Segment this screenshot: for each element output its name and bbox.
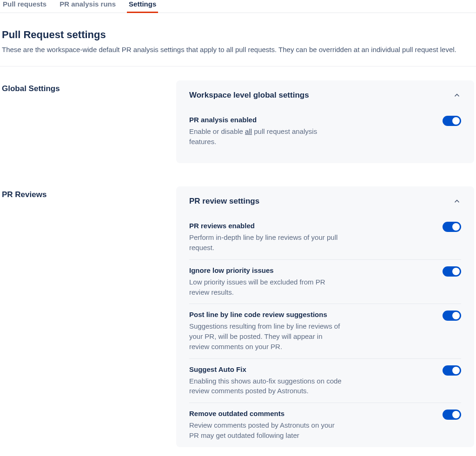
panel-reviews: PR review settings PR reviews enabled Pe… (176, 186, 474, 447)
tab-pull-requests[interactable]: Pull requests (3, 0, 46, 13)
setting-desc: Low priority issues will be excluded fro… (189, 277, 343, 297)
setting-pr-analysis-enabled: PR analysis enabled Enable or disable al… (189, 109, 461, 153)
toggle-ignore-low-priority[interactable] (443, 266, 461, 277)
tabs-bar: Pull requests PR analysis runs Settings (0, 0, 476, 13)
chevron-up-icon[interactable] (453, 91, 461, 99)
setting-title: Remove outdated comments (189, 410, 343, 417)
toggle-post-suggestions[interactable] (443, 311, 461, 321)
section-label-reviews: PR Reviews (2, 186, 167, 447)
setting-suggest-auto-fix: Suggest Auto Fix Enabling this shows aut… (189, 358, 461, 403)
setting-remove-outdated-comments: Remove outdated comments Review comments… (189, 403, 461, 447)
setting-title: Ignore low priority issues (189, 266, 343, 274)
section-pr-reviews: PR Reviews PR review settings PR reviews… (0, 172, 476, 447)
setting-title: Post line by line code review suggestion… (189, 311, 343, 318)
setting-desc: Enabling this shows auto-fix suggestions… (189, 376, 343, 397)
toggle-remove-outdated-comments[interactable] (443, 410, 461, 420)
setting-post-suggestions: Post line by line code review suggestion… (189, 304, 461, 358)
toggle-pr-analysis-enabled[interactable] (443, 116, 461, 126)
setting-title: PR reviews enabled (189, 222, 343, 230)
setting-desc: Suggestions resulting from line by line … (189, 321, 343, 351)
section-label-global: Global Settings (2, 80, 167, 164)
setting-ignore-low-priority: Ignore low priority issues Low priority … (189, 259, 461, 304)
page-description: These are the workspace-wide default PR … (2, 45, 462, 55)
setting-title: Suggest Auto Fix (189, 365, 343, 373)
page-title: Pull Request settings (2, 29, 474, 41)
setting-desc: Enable or disable all pull request analy… (189, 126, 343, 147)
toggle-pr-reviews-enabled[interactable] (443, 222, 461, 232)
toggle-suggest-auto-fix[interactable] (443, 365, 461, 376)
chevron-up-icon[interactable] (453, 197, 461, 205)
panel-global: Workspace level global settings PR analy… (176, 80, 474, 164)
setting-title: PR analysis enabled (189, 116, 343, 124)
tab-settings[interactable]: Settings (129, 0, 156, 13)
setting-desc: Perform in-depth line by line reviews of… (189, 232, 343, 253)
panel-title-reviews: PR review settings (189, 197, 259, 206)
setting-pr-reviews-enabled: PR reviews enabled Perform in-depth line… (189, 215, 461, 259)
setting-desc: Review comments posted by Astronuts on y… (189, 420, 343, 441)
page-header: Pull Request settings These are the work… (0, 13, 476, 66)
panel-title-global: Workspace level global settings (189, 91, 309, 100)
tab-pr-analysis-runs[interactable]: PR analysis runs (60, 0, 116, 13)
section-global-settings: Global Settings Workspace level global s… (0, 66, 476, 164)
